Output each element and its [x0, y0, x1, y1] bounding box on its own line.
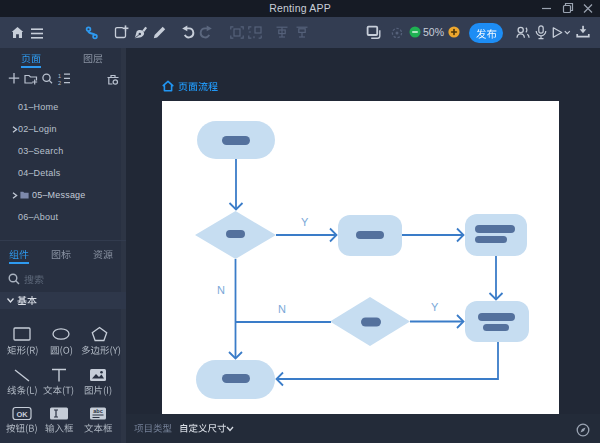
svg-text:Y: Y [431, 301, 439, 313]
svg-text:OK: OK [16, 410, 28, 419]
svg-text:2: 2 [58, 80, 61, 86]
svg-text:1: 1 [58, 73, 61, 79]
svg-text:N: N [278, 303, 286, 315]
svg-text:Y: Y [301, 216, 309, 228]
svg-text:abc: abc [93, 408, 102, 414]
svg-text:N: N [217, 284, 225, 296]
